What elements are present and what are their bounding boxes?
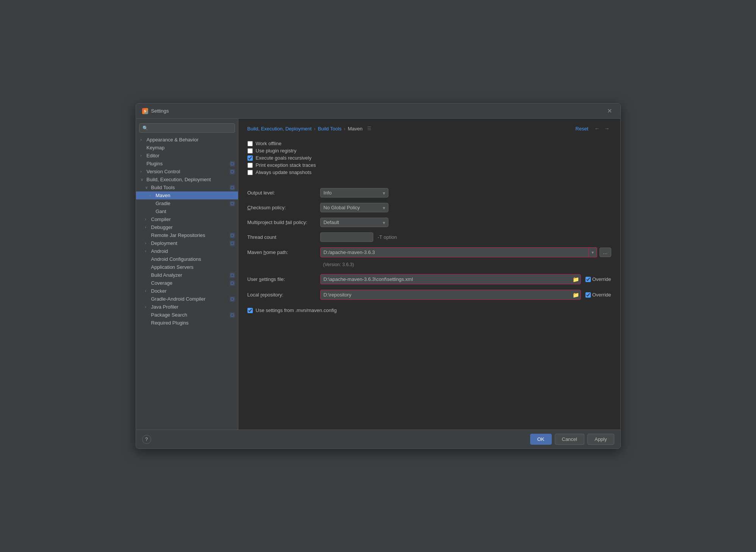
sidebar-label-compiler: Compiler: [151, 216, 171, 222]
checkbox-label-work-offline: Work offline: [256, 141, 282, 146]
sidebar-item-docker[interactable]: ›Docker: [136, 287, 238, 295]
breadcrumb: Build, Execution, Deployment › Build Too…: [247, 125, 611, 132]
sidebar-item-compiler[interactable]: ›Compiler: [136, 215, 238, 223]
user-settings-override-check[interactable]: [585, 277, 591, 282]
multiproject-policy-wrap: Default Fail at End Fail Fast Never Fail: [320, 218, 388, 227]
user-settings-input-wrap[interactable]: 📁: [320, 274, 581, 284]
cancel-button[interactable]: Cancel: [555, 434, 584, 445]
checksum-policy-select[interactable]: No Global Policy Fail Warn Ignore: [320, 203, 388, 212]
sidebar-nav: ›Appearance & BehaviorKeymap›EditorPlugi…: [136, 136, 238, 327]
maven-home-combo-wrap: ▾: [320, 247, 597, 257]
sidebar-label-build-exec-deploy: Build, Execution, Deployment: [147, 177, 211, 182]
sidebar-label-build-tools: Build Tools: [151, 185, 175, 190]
badge-gradle: [230, 201, 235, 206]
maven-home-dropdown-btn[interactable]: ▾: [589, 247, 597, 257]
checkbox-execute-goals[interactable]: [247, 155, 253, 161]
checkbox-always-update[interactable]: [247, 170, 253, 175]
maven-home-browse-btn[interactable]: …: [599, 248, 611, 257]
main-content: 🔍 ›Appearance & BehaviorKeymap›EditorPlu…: [136, 119, 620, 430]
sidebar-label-java-profiler: Java Profiler: [151, 304, 178, 310]
sidebar-label-android: Android: [151, 248, 168, 254]
checkbox-use-plugin-registry[interactable]: [247, 148, 253, 154]
sidebar-item-coverage[interactable]: Coverage: [136, 279, 238, 287]
local-repo-folder-icon[interactable]: 📁: [573, 292, 579, 298]
sidebar-item-build-analyzer[interactable]: Build Analyzer: [136, 271, 238, 279]
sidebar-item-build-exec-deploy[interactable]: ∨Build, Execution, Deployment: [136, 176, 238, 183]
breadcrumb-build[interactable]: Build, Execution, Deployment: [247, 126, 312, 132]
local-repo-override-check[interactable]: [585, 292, 591, 298]
maven-version-hint: (Version: 3.6.3): [323, 262, 611, 267]
arrow-icon-debugger: ›: [145, 225, 150, 229]
checkbox-row-use-plugin-registry: Use plugin registry: [247, 147, 611, 154]
reset-button[interactable]: Reset: [576, 126, 589, 132]
multiproject-policy-select[interactable]: Default Fail at End Fail Fast Never Fail: [320, 218, 388, 227]
sidebar-item-gradle[interactable]: Gradle: [136, 199, 238, 207]
sidebar-item-editor[interactable]: ›Editor: [136, 152, 238, 160]
sidebar-item-required-plugins[interactable]: Required Plugins: [136, 319, 238, 327]
sidebar: 🔍 ›Appearance & BehaviorKeymap›EditorPlu…: [136, 119, 238, 430]
sidebar-item-gradle-android[interactable]: Gradle-Android Compiler: [136, 295, 238, 303]
forward-button[interactable]: →: [603, 125, 611, 132]
breadcrumb-icon: ☰: [367, 126, 371, 131]
checkbox-row-print-exception: Print exception stack traces: [247, 162, 611, 169]
user-settings-input[interactable]: [322, 275, 570, 283]
sidebar-item-package-search[interactable]: Package Search: [136, 311, 238, 319]
sidebar-label-deployment: Deployment: [151, 240, 177, 246]
sidebar-label-editor: Editor: [147, 153, 160, 158]
sidebar-item-java-profiler[interactable]: ›Java Profiler: [136, 303, 238, 311]
user-settings-folder-icon[interactable]: 📁: [573, 276, 579, 282]
sidebar-item-deployment[interactable]: ›Deployment: [136, 239, 238, 247]
breadcrumb-sep2: ›: [344, 126, 345, 132]
maven-home-label: Maven home path:: [247, 249, 316, 255]
badge-deployment: [230, 241, 235, 246]
user-settings-row: User settings file: 📁 Override: [247, 274, 611, 284]
sidebar-item-android-config[interactable]: Android Configurations: [136, 255, 238, 263]
breadcrumb-sep1: ›: [314, 126, 315, 132]
sidebar-item-version-control[interactable]: ›Version Control: [136, 168, 238, 176]
multiproject-policy-label: Multiproject build fail policy:: [247, 220, 316, 225]
arrow-icon-compiler: ›: [145, 217, 150, 221]
local-repo-input[interactable]: [322, 291, 570, 299]
checkbox-row-work-offline: Work offline: [247, 140, 611, 147]
sidebar-label-coverage: Coverage: [151, 280, 172, 286]
apply-button[interactable]: Apply: [587, 434, 614, 445]
badge-remote-jar: [230, 233, 235, 238]
close-button[interactable]: ✕: [605, 107, 614, 115]
nav-arrows: ← →: [593, 125, 611, 132]
badge-build-tools: [230, 185, 235, 190]
badge-version-control: [230, 169, 235, 174]
sidebar-item-android[interactable]: ›Android: [136, 247, 238, 255]
use-mvn-config-row: Use settings from .mvn/maven.config: [247, 307, 611, 314]
maven-home-input[interactable]: [320, 247, 589, 257]
back-button[interactable]: ←: [593, 125, 601, 132]
sidebar-item-debugger[interactable]: ›Debugger: [136, 223, 238, 231]
local-repo-input-wrap[interactable]: 📁: [320, 290, 581, 300]
sidebar-item-plugins[interactable]: Plugins: [136, 160, 238, 168]
sidebar-item-remote-jar[interactable]: Remote Jar Repositories: [136, 231, 238, 239]
thread-count-input[interactable]: [320, 232, 373, 242]
ok-button[interactable]: OK: [530, 434, 552, 445]
checksum-policy-row: Checksum policy: No Global Policy Fail W…: [247, 203, 611, 212]
sidebar-label-app-servers: Application Servers: [151, 264, 194, 270]
sidebar-item-app-servers[interactable]: Application Servers: [136, 263, 238, 271]
badge-plugins: [230, 161, 235, 166]
sidebar-item-build-tools[interactable]: ∨Build Tools: [136, 183, 238, 191]
checkbox-label-print-exception: Print exception stack traces: [256, 162, 316, 168]
search-box[interactable]: 🔍: [139, 123, 235, 133]
sidebar-item-gant[interactable]: Gant: [136, 207, 238, 215]
breadcrumb-buildtools[interactable]: Build Tools: [318, 126, 342, 132]
use-mvn-config-check[interactable]: [247, 308, 253, 313]
checkbox-print-exception[interactable]: [247, 163, 253, 168]
search-input[interactable]: [150, 125, 232, 131]
sidebar-item-keymap[interactable]: Keymap: [136, 144, 238, 152]
sidebar-item-appearance[interactable]: ›Appearance & Behavior: [136, 136, 238, 144]
sidebar-label-debugger: Debugger: [151, 224, 173, 230]
sidebar-item-maven[interactable]: ›Maven: [136, 191, 238, 199]
badge-maven: [230, 193, 235, 198]
help-button[interactable]: ?: [142, 435, 151, 444]
checkbox-work-offline[interactable]: [247, 141, 253, 146]
bottom-bar: ? OK Cancel Apply: [136, 430, 620, 448]
sidebar-label-appearance: Appearance & Behavior: [147, 137, 199, 143]
output-level-select[interactable]: Info Debug Warning Error: [320, 188, 388, 198]
arrow-icon-android: ›: [145, 249, 150, 253]
